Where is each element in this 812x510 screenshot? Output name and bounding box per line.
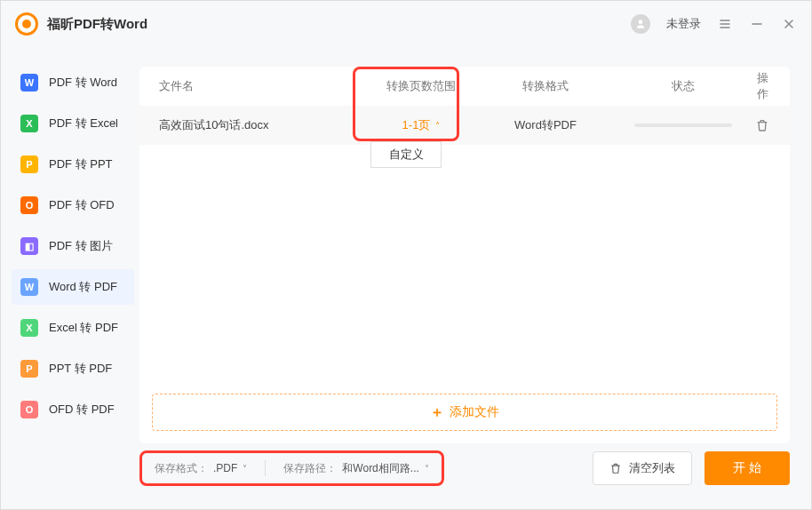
- sidebar-item-2[interactable]: PPDF 转 PPT: [12, 147, 134, 182]
- save-path-value: 和Word相同路...: [342, 461, 418, 476]
- sidebar-item-label: PDF 转 图片: [49, 238, 113, 254]
- app-window: 福昕PDF转Word 未登录 WPDF 转 WordXPDF 转 ExcelPP…: [0, 0, 812, 510]
- save-path-select[interactable]: 保存路径： 和Word相同路... ˅: [283, 461, 428, 476]
- cell-filename: 高效面试10句话.docx: [159, 117, 363, 133]
- add-file-label: 添加文件: [450, 404, 499, 420]
- header-status: 状态: [612, 78, 754, 94]
- sidebar-item-icon: W: [20, 74, 38, 92]
- app-title: 福昕PDF转Word: [47, 16, 147, 33]
- sidebar-item-label: PPT 转 PDF: [49, 361, 112, 377]
- sidebar-item-icon: ◧: [20, 237, 38, 255]
- sidebar-item-icon: O: [20, 196, 38, 214]
- table-header-row: 文件名 转换页数范围 转换格式 状态 操作: [139, 67, 790, 106]
- progress-bar: [634, 124, 732, 127]
- titlebar: 福昕PDF转Word 未登录: [1, 1, 811, 47]
- start-button[interactable]: 开 始: [705, 451, 790, 485]
- sidebar-item-icon: O: [20, 401, 38, 418]
- minimize-icon[interactable]: [749, 16, 765, 32]
- sidebar-item-icon: X: [20, 115, 38, 132]
- chevron-down-icon: ˅: [425, 464, 429, 474]
- save-path-label: 保存路径：: [283, 461, 337, 476]
- header-action: 操作: [754, 70, 770, 102]
- sidebar-item-label: PDF 转 PPT: [49, 156, 113, 172]
- sidebar-item-8[interactable]: OOFD 转 PDF: [12, 392, 134, 427]
- chevron-up-icon: ˄: [435, 121, 440, 131]
- menu-icon[interactable]: [717, 16, 733, 32]
- app-logo-icon: [15, 12, 38, 36]
- clear-list-label: 清空列表: [629, 460, 675, 476]
- chevron-down-icon: ˅: [243, 464, 247, 474]
- login-status[interactable]: 未登录: [666, 16, 701, 32]
- delete-row-button[interactable]: [754, 117, 770, 133]
- save-format-value: .PDF: [213, 462, 237, 474]
- sidebar: WPDF 转 WordXPDF 转 ExcelPPDF 转 PPTOPDF 转 …: [1, 47, 134, 509]
- header-range: 转换页数范围: [363, 78, 479, 94]
- page-range-dropdown-option[interactable]: 自定义: [370, 141, 442, 168]
- sidebar-item-label: PDF 转 Word: [49, 75, 117, 91]
- save-settings-box: 保存格式： .PDF ˅ 保存路径： 和Word相同路... ˅: [139, 450, 444, 486]
- divider: [265, 460, 266, 476]
- sidebar-item-0[interactable]: WPDF 转 Word: [12, 65, 134, 100]
- sidebar-item-label: Excel 转 PDF: [49, 320, 118, 336]
- dropdown-option-label: 自定义: [389, 147, 424, 163]
- sidebar-item-icon: P: [20, 155, 38, 173]
- sidebar-item-1[interactable]: XPDF 转 Excel: [12, 106, 134, 141]
- cell-page-range[interactable]: 1-1页 ˄: [363, 117, 479, 133]
- sidebar-item-5[interactable]: WWord 转 PDF: [12, 269, 134, 305]
- sidebar-item-3[interactable]: OPDF 转 OFD: [12, 187, 134, 223]
- sidebar-item-4[interactable]: ◧PDF 转 图片: [12, 228, 134, 264]
- save-format-select[interactable]: 保存格式： .PDF ˅: [155, 461, 247, 476]
- start-label: 开 始: [733, 460, 761, 476]
- plus-icon: ＋: [430, 403, 444, 422]
- sidebar-item-7[interactable]: PPPT 转 PDF: [12, 351, 134, 386]
- cell-status: [612, 124, 754, 127]
- main-area: 文件名 转换页数范围 转换格式 状态 操作 高效面试10句话.docx 1-1页…: [134, 47, 811, 509]
- add-file-button[interactable]: ＋ 添加文件: [152, 394, 777, 431]
- cell-action: [754, 117, 770, 133]
- sidebar-item-icon: P: [20, 360, 38, 378]
- sidebar-item-icon: X: [20, 319, 38, 337]
- cell-format: Word转PDF: [479, 117, 612, 133]
- sidebar-item-label: PDF 转 OFD: [49, 197, 115, 213]
- file-panel: 文件名 转换页数范围 转换格式 状态 操作 高效面试10句话.docx 1-1页…: [139, 67, 790, 443]
- avatar-icon[interactable]: [631, 14, 650, 34]
- close-icon[interactable]: [781, 16, 797, 32]
- footer-bar: 保存格式： .PDF ˅ 保存路径： 和Word相同路... ˅ 清空列表: [139, 443, 790, 493]
- table-row: 高效面试10句话.docx 1-1页 ˄ Word转PDF: [139, 106, 790, 145]
- clear-list-button[interactable]: 清空列表: [593, 451, 692, 485]
- header-filename: 文件名: [159, 78, 363, 94]
- page-range-value: 1-1页: [402, 117, 431, 133]
- sidebar-item-6[interactable]: XExcel 转 PDF: [12, 310, 134, 346]
- sidebar-item-label: Word 转 PDF: [49, 279, 117, 295]
- save-format-label: 保存格式：: [155, 461, 208, 476]
- sidebar-item-icon: W: [20, 278, 38, 296]
- sidebar-item-label: PDF 转 Excel: [49, 116, 118, 131]
- sidebar-item-label: OFD 转 PDF: [49, 402, 115, 418]
- header-format: 转换格式: [479, 78, 612, 94]
